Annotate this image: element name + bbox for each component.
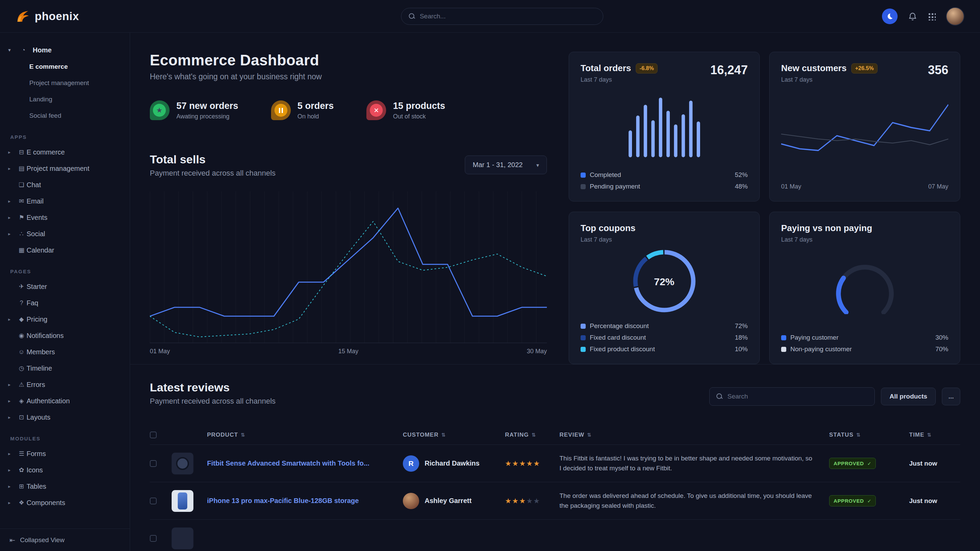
icons-icon: ✿ (16, 466, 27, 474)
table-row (150, 519, 960, 551)
sidebar-item-email[interactable]: ✉ Email (8, 193, 124, 209)
moon-icon (886, 13, 894, 20)
sidebar-item-landing[interactable]: Landing (8, 91, 124, 108)
app-logo[interactable]: phoenix (16, 9, 79, 24)
row-checkbox[interactable] (150, 460, 157, 467)
date-range-select[interactable]: Mar 1 - 31, 2022 (465, 156, 547, 174)
axis-label: 15 May (338, 348, 358, 355)
mail-icon: ✉ (16, 197, 27, 205)
row-checkbox[interactable] (150, 497, 157, 504)
collapsed-view-toggle[interactable]: Collapsed View (0, 529, 130, 551)
star-icon (153, 104, 166, 117)
column-header-product[interactable]: PRODUCT (207, 432, 403, 438)
sidebar-item-e-commerce[interactable]: E commerce (8, 59, 124, 75)
axis-label: 01 May (781, 183, 801, 190)
section-label-apps: APPS (10, 134, 124, 140)
sidebar-item-forms[interactable]: ☰ Forms (8, 446, 124, 462)
sidebar-item-layouts[interactable]: ⊡ Layouts (8, 409, 124, 426)
cross-icon (370, 104, 383, 117)
total-sells-chart (150, 191, 547, 343)
legend-swatch (581, 173, 586, 178)
column-header-customer[interactable]: CUSTOMER (403, 432, 505, 438)
rating-stars: ★★★★★ (505, 497, 560, 505)
top-coupons-chart: 72% (632, 249, 697, 315)
sidebar-item-faq[interactable]: ? Faq (8, 295, 124, 311)
star-icon: ★ (519, 497, 526, 505)
review-text: The order was delivered ahead of schedul… (560, 491, 829, 510)
lock-icon: ◈ (16, 397, 27, 405)
column-header-rating[interactable]: RATING (505, 432, 560, 438)
customer-name: Ashley Garrett (425, 497, 472, 505)
theme-toggle-button[interactable] (882, 8, 897, 24)
sidebar-item-errors[interactable]: ⚠ Errors (8, 376, 124, 393)
legend-item: Fixed card discount 18% (581, 334, 748, 341)
global-search-input[interactable] (420, 13, 595, 20)
bookmark-icon: ⚑ (16, 214, 27, 221)
more-options-button[interactable]: ... (942, 387, 960, 405)
sort-icon (441, 432, 446, 438)
topbar: phoenix (0, 0, 980, 33)
sidebar-item-tables[interactable]: ⊞ Tables (8, 478, 124, 494)
sidebar-item-icons[interactable]: ✿ Icons (8, 462, 124, 478)
column-header-status[interactable]: STATUS (829, 432, 909, 438)
chevron-right-icon (8, 215, 16, 220)
sidebar-item-project-management[interactable]: Project management (8, 75, 124, 91)
column-header-time[interactable]: TIME (909, 432, 960, 438)
apps-grid-button[interactable] (928, 12, 936, 21)
top-coupons-card: Top coupons Last 7 days 72% Percentage d… (569, 212, 760, 364)
sidebar-item-starter[interactable]: ✈ Starter (8, 278, 124, 295)
share-icon: ∴ (16, 230, 27, 238)
sidebar-item-social[interactable]: ∴ Social (8, 225, 124, 242)
paying-card: Paying vs non paying Last 7 days Paying … (769, 212, 960, 364)
sidebar-item-project-management[interactable]: ▤ Project management (8, 160, 124, 177)
question-icon: ? (16, 300, 27, 306)
sidebar-item-home[interactable]: ◔ Home (8, 41, 124, 59)
row-checkbox[interactable] (150, 535, 157, 542)
apps-menu: ⊟ E commerce ▤ Project management ❏ Chat (8, 144, 124, 258)
chat-icon: ❏ (16, 181, 27, 189)
latest-reviews-section: Latest reviews Payment received across a… (130, 364, 980, 551)
select-all-checkbox[interactable] (150, 432, 157, 438)
sidebar-item-authentication[interactable]: ◈ Authentication (8, 393, 124, 409)
new-customers-card: New customers +26.5% Last 7 days 356 01 … (769, 52, 960, 202)
card-period: Last 7 days (781, 236, 948, 243)
sidebar-item-chat[interactable]: ❏ Chat (8, 177, 124, 193)
stat-item: 57 new orders Awating processing (150, 100, 239, 120)
paying-gauge-chart (781, 243, 948, 334)
top-coupons-legend: Percentage discount 72% Fixed card disco… (581, 322, 748, 353)
new-customers-x-axis: 01 May 07 May (781, 183, 948, 190)
date-range-value: Mar 1 - 31, 2022 (473, 161, 523, 169)
total-sells-title: Total sells (150, 153, 275, 166)
sidebar-item-members[interactable]: ☺ Members (8, 344, 124, 360)
clipboard-icon: ▤ (16, 165, 27, 172)
sidebar-item-notifications[interactable]: ◉ Notifications (8, 327, 124, 344)
legend-swatch (781, 335, 786, 340)
column-header-review[interactable]: REVIEW (560, 432, 829, 438)
total-orders-card: Total orders -6.8% Last 7 days 16,247 (569, 52, 760, 202)
sidebar-item-components[interactable]: ❖ Components (8, 494, 124, 511)
sidebar-item-e-commerce[interactable]: ⊟ E commerce (8, 144, 124, 160)
product-link-fitbit-sense-advanced-smartwatch-with-to[interactable]: Fitbit Sense Advanced Smartwatch with To… (207, 459, 403, 467)
all-products-button[interactable]: All products (881, 387, 936, 405)
sidebar-item-calendar[interactable]: ▦ Calendar (8, 242, 124, 258)
status-badge: APPROVED (829, 458, 876, 469)
user-avatar[interactable] (946, 7, 964, 25)
chevron-right-icon (8, 467, 16, 473)
reviews-search-input[interactable] (727, 393, 868, 400)
customer-avatar: R (403, 456, 419, 472)
topbar-actions (882, 7, 964, 25)
product-link-iphone-13-pro-max-pacific-blue-128gb-sto[interactable]: iPhone 13 pro max-Pacific Blue-128GB sto… (207, 497, 403, 505)
sort-icon (241, 432, 245, 438)
brand-name: phoenix (35, 10, 79, 23)
bell-icon (908, 11, 917, 21)
bell-icon: ◉ (16, 332, 27, 339)
sidebar-item-pricing[interactable]: ◆ Pricing (8, 311, 124, 327)
sidebar-item-timeline[interactable]: ◷ Timeline (8, 360, 124, 376)
notifications-button[interactable] (908, 11, 917, 21)
sidebar-item-social-feed[interactable]: Social feed (8, 108, 124, 124)
phoenix-logo-icon (16, 9, 30, 24)
review-time: Just now (909, 497, 960, 505)
sidebar-item-events[interactable]: ⚑ Events (8, 209, 124, 225)
rating-stars: ★★★★★ (505, 459, 560, 468)
new-customers-value: 356 (928, 63, 948, 77)
